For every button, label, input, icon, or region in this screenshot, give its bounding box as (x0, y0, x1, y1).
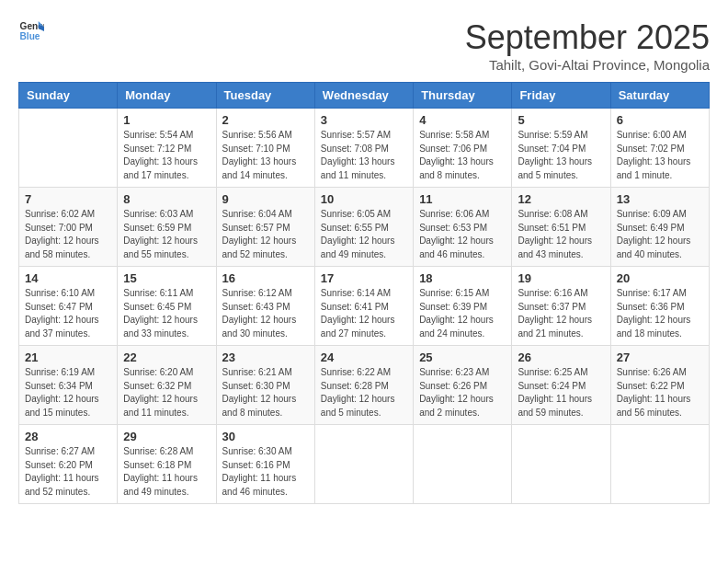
calendar-dow-thursday: Thursday (414, 83, 512, 109)
day-info: Sunrise: 6:04 AM Sunset: 6:57 PM Dayligh… (222, 208, 309, 261)
logo: General Blue (18, 18, 44, 44)
day-number: 29 (123, 430, 210, 443)
day-number: 7 (25, 192, 111, 206)
calendar-cell: 29Sunrise: 6:28 AM Sunset: 6:18 PM Dayli… (118, 425, 216, 504)
calendar-cell (610, 425, 709, 504)
day-info: Sunrise: 6:30 AM Sunset: 6:16 PM Dayligh… (222, 445, 309, 499)
calendar-cell: 6Sunrise: 6:00 AM Sunset: 7:02 PM Daylig… (610, 109, 709, 188)
calendar-cell: 27Sunrise: 6:26 AM Sunset: 6:22 PM Dayli… (610, 346, 709, 425)
day-number: 27 (617, 350, 703, 364)
day-number: 14 (25, 271, 111, 285)
title-section: September 2025 Tahilt, Govi-Altai Provin… (465, 18, 710, 73)
day-info: Sunrise: 6:28 AM Sunset: 6:18 PM Dayligh… (123, 445, 210, 499)
calendar-cell: 13Sunrise: 6:09 AM Sunset: 6:49 PM Dayli… (610, 188, 709, 267)
day-info: Sunrise: 6:16 AM Sunset: 6:37 PM Dayligh… (518, 287, 604, 340)
day-number: 5 (518, 113, 604, 127)
calendar-cell: 22Sunrise: 6:20 AM Sunset: 6:32 PM Dayli… (118, 346, 216, 425)
day-number: 6 (617, 113, 703, 127)
calendar-cell: 2Sunrise: 5:56 AM Sunset: 7:10 PM Daylig… (216, 109, 314, 188)
day-number: 12 (518, 192, 604, 206)
day-number: 19 (518, 271, 604, 285)
calendar-cell: 19Sunrise: 6:16 AM Sunset: 6:37 PM Dayli… (512, 267, 610, 346)
day-number: 23 (222, 350, 309, 364)
day-number: 11 (419, 192, 506, 206)
day-info: Sunrise: 6:17 AM Sunset: 6:36 PM Dayligh… (617, 287, 703, 340)
day-info: Sunrise: 6:10 AM Sunset: 6:47 PM Dayligh… (25, 287, 111, 340)
day-number: 25 (419, 350, 506, 364)
day-info: Sunrise: 6:09 AM Sunset: 6:49 PM Dayligh… (617, 208, 703, 261)
day-number: 13 (617, 192, 703, 206)
day-number: 2 (222, 113, 309, 127)
day-number: 9 (222, 192, 309, 206)
day-info: Sunrise: 6:19 AM Sunset: 6:34 PM Dayligh… (25, 366, 111, 419)
day-info: Sunrise: 6:00 AM Sunset: 7:02 PM Dayligh… (617, 129, 703, 182)
day-info: Sunrise: 6:14 AM Sunset: 6:41 PM Dayligh… (321, 287, 407, 340)
day-number: 22 (123, 350, 210, 364)
calendar-cell (314, 425, 413, 504)
day-info: Sunrise: 6:02 AM Sunset: 7:00 PM Dayligh… (25, 208, 111, 261)
calendar-cell: 17Sunrise: 6:14 AM Sunset: 6:41 PM Dayli… (314, 267, 413, 346)
day-info: Sunrise: 6:20 AM Sunset: 6:32 PM Dayligh… (123, 366, 210, 419)
day-number: 28 (25, 430, 111, 443)
calendar-week-row: 7Sunrise: 6:02 AM Sunset: 7:00 PM Daylig… (19, 188, 710, 267)
calendar-cell: 24Sunrise: 6:22 AM Sunset: 6:28 PM Dayli… (314, 346, 413, 425)
day-number: 15 (123, 271, 210, 285)
day-number: 21 (25, 350, 111, 364)
calendar-cell: 7Sunrise: 6:02 AM Sunset: 7:00 PM Daylig… (19, 188, 118, 267)
day-number: 4 (419, 113, 506, 127)
calendar-cell: 12Sunrise: 6:08 AM Sunset: 6:51 PM Dayli… (512, 188, 610, 267)
calendar-cell: 4Sunrise: 5:58 AM Sunset: 7:06 PM Daylig… (414, 109, 512, 188)
day-info: Sunrise: 6:06 AM Sunset: 6:53 PM Dayligh… (419, 208, 506, 261)
day-info: Sunrise: 6:23 AM Sunset: 6:26 PM Dayligh… (419, 366, 506, 419)
calendar-dow-friday: Friday (512, 83, 610, 109)
calendar-cell (414, 425, 512, 504)
day-info: Sunrise: 5:58 AM Sunset: 7:06 PM Dayligh… (419, 129, 506, 182)
day-number: 3 (321, 113, 407, 127)
calendar-cell: 1Sunrise: 5:54 AM Sunset: 7:12 PM Daylig… (118, 109, 216, 188)
calendar-cell: 23Sunrise: 6:21 AM Sunset: 6:30 PM Dayli… (216, 346, 314, 425)
day-info: Sunrise: 6:03 AM Sunset: 6:59 PM Dayligh… (123, 208, 210, 261)
calendar-week-row: 28Sunrise: 6:27 AM Sunset: 6:20 PM Dayli… (19, 425, 710, 504)
day-info: Sunrise: 5:57 AM Sunset: 7:08 PM Dayligh… (321, 129, 407, 182)
day-info: Sunrise: 6:21 AM Sunset: 6:30 PM Dayligh… (222, 366, 309, 419)
calendar-cell: 8Sunrise: 6:03 AM Sunset: 6:59 PM Daylig… (118, 188, 216, 267)
calendar-cell: 25Sunrise: 6:23 AM Sunset: 6:26 PM Dayli… (414, 346, 512, 425)
location-subtitle: Tahilt, Govi-Altai Province, Mongolia (465, 57, 710, 73)
day-number: 30 (222, 430, 309, 443)
calendar-cell: 28Sunrise: 6:27 AM Sunset: 6:20 PM Dayli… (19, 425, 118, 504)
calendar-dow-saturday: Saturday (610, 83, 709, 109)
day-info: Sunrise: 5:59 AM Sunset: 7:04 PM Dayligh… (518, 129, 604, 182)
calendar-cell (19, 109, 118, 188)
day-info: Sunrise: 6:27 AM Sunset: 6:20 PM Dayligh… (25, 445, 111, 499)
day-info: Sunrise: 6:25 AM Sunset: 6:24 PM Dayligh… (518, 366, 604, 419)
day-info: Sunrise: 6:12 AM Sunset: 6:43 PM Dayligh… (222, 287, 309, 340)
calendar-dow-wednesday: Wednesday (314, 83, 413, 109)
day-number: 17 (321, 271, 407, 285)
calendar-cell: 18Sunrise: 6:15 AM Sunset: 6:39 PM Dayli… (414, 267, 512, 346)
day-number: 24 (321, 350, 407, 364)
day-number: 1 (123, 113, 210, 127)
calendar-cell: 11Sunrise: 6:06 AM Sunset: 6:53 PM Dayli… (414, 188, 512, 267)
day-info: Sunrise: 6:08 AM Sunset: 6:51 PM Dayligh… (518, 208, 604, 261)
logo-icon: General Blue (18, 18, 44, 44)
day-info: Sunrise: 6:15 AM Sunset: 6:39 PM Dayligh… (419, 287, 506, 340)
calendar-cell: 14Sunrise: 6:10 AM Sunset: 6:47 PM Dayli… (19, 267, 118, 346)
day-number: 20 (617, 271, 703, 285)
day-info: Sunrise: 5:54 AM Sunset: 7:12 PM Dayligh… (123, 129, 210, 182)
calendar-dow-monday: Monday (118, 83, 216, 109)
day-number: 16 (222, 271, 309, 285)
day-number: 8 (123, 192, 210, 206)
calendar-dow-tuesday: Tuesday (216, 83, 314, 109)
calendar-dow-sunday: Sunday (19, 83, 118, 109)
calendar-week-row: 1Sunrise: 5:54 AM Sunset: 7:12 PM Daylig… (19, 109, 710, 188)
day-number: 18 (419, 271, 506, 285)
day-number: 10 (321, 192, 407, 206)
calendar-cell: 10Sunrise: 6:05 AM Sunset: 6:55 PM Dayli… (314, 188, 413, 267)
calendar-cell: 20Sunrise: 6:17 AM Sunset: 6:36 PM Dayli… (610, 267, 709, 346)
page-header: General Blue September 2025 Tahilt, Govi… (18, 18, 710, 73)
calendar-cell (512, 425, 610, 504)
day-info: Sunrise: 6:22 AM Sunset: 6:28 PM Dayligh… (321, 366, 407, 419)
calendar-header-row: SundayMondayTuesdayWednesdayThursdayFrid… (19, 83, 710, 109)
day-info: Sunrise: 6:26 AM Sunset: 6:22 PM Dayligh… (617, 366, 703, 419)
calendar-cell: 21Sunrise: 6:19 AM Sunset: 6:34 PM Dayli… (19, 346, 118, 425)
